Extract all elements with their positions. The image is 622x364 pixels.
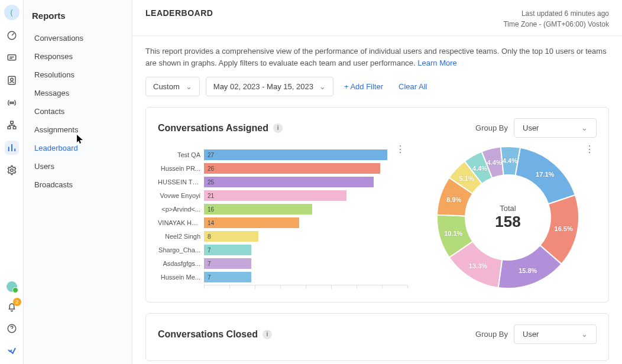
- bar-fill[interactable]: 8: [204, 231, 258, 242]
- sidebar-item-assignments[interactable]: Assignments: [32, 121, 132, 139]
- description: This report provides a comprehensive vie…: [145, 46, 609, 69]
- svg-point-8: [10, 169, 13, 172]
- donut-slice-label: 5.1%: [459, 175, 474, 182]
- donut-slice-label: 4.4%: [472, 165, 487, 172]
- chat-icon[interactable]: [5, 51, 19, 65]
- brand-icon[interactable]: [5, 343, 19, 357]
- bar-label: Vovwe Enyoyi: [158, 192, 200, 199]
- conversations-closed-card: Conversations Closed i Group By User⌄: [145, 313, 609, 361]
- bar-chart: ⋮ Test QA27Hussein PR...26HUSSEIN TE...2…: [158, 144, 407, 291]
- groupby-select[interactable]: User⌄: [514, 324, 597, 344]
- settings-icon[interactable]: [5, 163, 19, 177]
- info-icon[interactable]: i: [273, 124, 283, 133]
- bar-label: Asdasfgfgs...: [158, 260, 200, 267]
- bar-label: Test QA: [158, 151, 200, 158]
- svg-rect-5: [10, 121, 13, 124]
- donut-slice-label: 4.4%: [503, 157, 517, 164]
- topbar: LEADERBOARD Last updated 6 minutes ago T…: [132, 0, 622, 36]
- timezone: Time Zone - (GMT+06:00) Vostok: [503, 19, 609, 30]
- bar-label: Hussein Me...: [158, 274, 200, 281]
- svg-point-3: [10, 78, 13, 81]
- donut-center-value: 158: [495, 213, 520, 231]
- sidebar-item-conversations[interactable]: Conversations: [32, 29, 132, 47]
- clear-all-button[interactable]: Clear All: [394, 79, 432, 95]
- range-type-select[interactable]: Custom⌄: [145, 77, 200, 96]
- bar-fill[interactable]: 7: [204, 245, 251, 255]
- help-icon[interactable]: [5, 321, 19, 336]
- bar-row: HUSSEIN TE...25: [158, 177, 407, 187]
- bar-fill[interactable]: 7: [204, 258, 251, 269]
- org-icon[interactable]: [5, 118, 19, 132]
- notifications-icon[interactable]: 2: [5, 300, 19, 314]
- reports-icon[interactable]: [5, 141, 19, 155]
- svg-rect-6: [8, 126, 11, 129]
- learn-more-link[interactable]: Learn More: [417, 58, 456, 67]
- bar-row: Asdasfgfgs...7: [158, 258, 407, 269]
- sidebar-item-users[interactable]: Users: [32, 157, 132, 176]
- sidebar-item-resolutions[interactable]: Resolutions: [32, 66, 132, 84]
- chevron-down-icon: ⌄: [581, 124, 588, 132]
- sidebar-item-responses[interactable]: Responses: [32, 47, 132, 66]
- bar-fill[interactable]: 26: [204, 163, 380, 174]
- contacts-icon[interactable]: [5, 73, 19, 87]
- chevron-down-icon: ⌄: [186, 82, 192, 91]
- donut-slice-label: 13.3%: [469, 262, 487, 269]
- bar-row: Shargo_Cha...7: [158, 245, 407, 255]
- bar-fill[interactable]: 14: [204, 217, 299, 228]
- bar-label: Hussein PR...: [158, 165, 200, 172]
- svg-rect-7: [13, 126, 16, 129]
- info-icon[interactable]: i: [263, 330, 272, 339]
- user-avatar[interactable]: [5, 280, 18, 293]
- bar-fill[interactable]: 16: [204, 204, 312, 214]
- donut-slice-label: 10.1%: [444, 230, 462, 237]
- donut-chart: ⋮ Total 158 17.1%16.5%15.8%13.3%10.1%8.9…: [419, 144, 597, 291]
- notification-badge: 2: [13, 298, 21, 306]
- bar-row: Vovwe Enyoyi21: [158, 190, 407, 201]
- bar-fill[interactable]: 25: [204, 177, 374, 187]
- last-updated: Last updated 6 minutes ago: [503, 8, 609, 19]
- donut-chart-menu-icon[interactable]: ⋮: [585, 144, 594, 155]
- bar-row: VINAYAK HA...14: [158, 217, 407, 228]
- bar-label: Shargo_Cha...: [158, 246, 200, 254]
- chevron-down-icon: ⌄: [319, 82, 326, 91]
- bar-row: Hussein Me...7: [158, 272, 407, 282]
- main: LEADERBOARD Last updated 6 minutes ago T…: [132, 0, 622, 364]
- dashboard-icon[interactable]: [5, 28, 19, 43]
- svg-point-4: [11, 102, 12, 104]
- donut-slice-label: 15.8%: [519, 267, 537, 274]
- groupby-label: Group By: [475, 330, 508, 339]
- bar-row: Hussein PR...26: [158, 163, 407, 174]
- donut-slice-label: 16.5%: [555, 225, 573, 232]
- donut-slice-label: 4.4%: [487, 159, 502, 166]
- bar-fill[interactable]: 27: [204, 150, 387, 160]
- conversations-assigned-card: Conversations Assigned i Group By User⌄ …: [145, 107, 609, 303]
- workspace-avatar[interactable]: (: [4, 5, 20, 20]
- sidebar-title: Reports: [32, 11, 132, 21]
- groupby-label: Group By: [475, 124, 508, 132]
- groupby-select[interactable]: User⌄: [514, 118, 597, 138]
- iconbar: ( 2: [0, 0, 24, 364]
- bar-label: <p>Arvind<...: [158, 206, 200, 213]
- sidebar: Reports ConversationsResponsesResolution…: [24, 0, 132, 364]
- date-range-select[interactable]: May 02, 2023 - May 15, 2023⌄: [206, 77, 333, 96]
- bar-label: VINAYAK HA...: [158, 219, 200, 226]
- page-title: LEADERBOARD: [145, 8, 213, 18]
- donut-slice-label: 17.1%: [536, 171, 554, 178]
- add-filter-button[interactable]: + Add Filter: [339, 79, 388, 95]
- sidebar-item-messages[interactable]: Messages: [32, 84, 132, 102]
- sidebar-item-contacts[interactable]: Contacts: [32, 102, 132, 121]
- bar-label: HUSSEIN TE...: [158, 178, 200, 186]
- card-title: Conversations Assigned: [158, 123, 268, 134]
- bar-label: Neel2 Singh: [158, 233, 200, 240]
- bar-row: Neel2 Singh8: [158, 231, 407, 242]
- donut-center-label: Total: [495, 204, 520, 213]
- sidebar-item-leaderboard[interactable]: Leaderboard: [32, 139, 132, 157]
- bar-fill[interactable]: 7: [204, 272, 251, 282]
- broadcast-icon[interactable]: [5, 96, 19, 110]
- bar-row: Test QA27: [158, 150, 407, 160]
- bar-fill[interactable]: 21: [204, 190, 346, 201]
- donut-slice-label: 8.9%: [446, 196, 461, 203]
- sidebar-item-broadcasts[interactable]: Broadcasts: [32, 176, 132, 194]
- bar-row: <p>Arvind<...16: [158, 204, 407, 214]
- chevron-down-icon: ⌄: [581, 330, 588, 339]
